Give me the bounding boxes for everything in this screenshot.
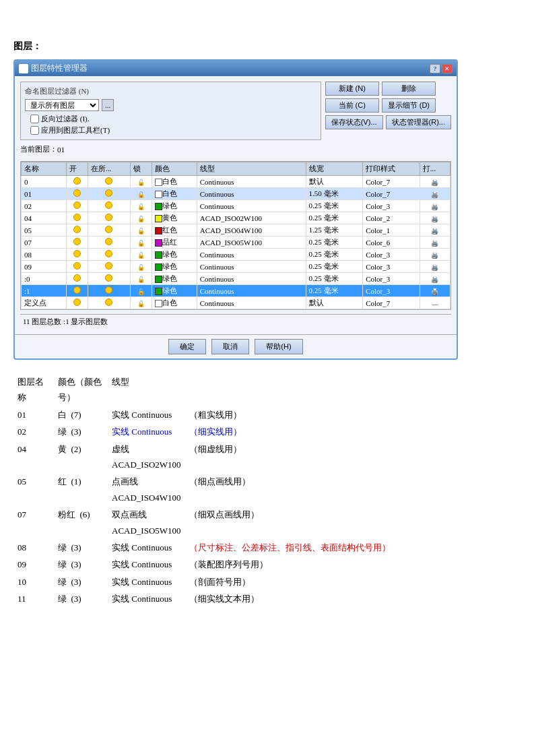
layer-color[interactable]: 绿色 — [152, 273, 197, 285]
layer-lock[interactable]: 🔓 — [130, 261, 152, 273]
layer-linetype[interactable]: Continuous — [197, 200, 306, 212]
layer-lock[interactable]: 🔓 — [130, 273, 152, 285]
layer-on[interactable] — [67, 237, 88, 249]
layer-linewidth[interactable]: 0.25 毫米 — [306, 249, 363, 261]
layer-plot[interactable]: 🖨️ — [420, 176, 450, 188]
layer-linewidth[interactable]: 默认 — [306, 176, 363, 188]
layer-freeze[interactable] — [88, 188, 131, 200]
layer-linetype[interactable]: Continuous — [197, 176, 306, 188]
layer-linetype[interactable]: Continuous — [197, 273, 306, 285]
layer-color[interactable]: 黄色 — [152, 212, 197, 224]
layer-freeze[interactable] — [88, 285, 131, 297]
layer-freeze[interactable] — [88, 273, 131, 285]
layer-color[interactable]: 绿色 — [152, 200, 197, 212]
table-row[interactable]: 07 🔓 品红 ACAD_ISO05W100 0.25 毫米 Color_6 🖨… — [22, 237, 450, 249]
layer-linetype[interactable]: Continuous — [197, 297, 306, 309]
layer-linewidth[interactable]: 默认 — [306, 297, 363, 309]
table-row[interactable]: 08 🔓 绿色 Continuous 0.25 毫米 Color_3 🖨️ — [22, 249, 450, 261]
table-row[interactable]: :0 🔓 绿色 Continuous 0.25 毫米 Color_3 🖨️ — [22, 273, 450, 285]
reverse-filter-checkbox-label[interactable]: 反向过滤器 (I). — [30, 114, 316, 124]
layer-lock[interactable]: 🔓 — [130, 200, 152, 212]
cancel-button[interactable]: 取消 — [211, 339, 249, 354]
layer-on[interactable] — [67, 212, 88, 224]
layer-color[interactable]: 白色 — [152, 176, 197, 188]
layer-linewidth[interactable]: 0.25 毫米 — [306, 261, 363, 273]
table-row[interactable]: 04 🔓 黄色 ACAD_ISO02W100 0.25 毫米 Color_2 🖨… — [22, 212, 450, 224]
layer-linewidth[interactable]: 1.25 毫米 — [306, 224, 363, 237]
layer-color[interactable]: 白色 — [152, 188, 197, 200]
layer-plot[interactable]: 🖨️ — [420, 188, 450, 200]
delete-button[interactable]: 删除 — [382, 82, 436, 96]
layer-on[interactable] — [67, 285, 88, 297]
layer-freeze[interactable] — [88, 224, 131, 237]
help-button[interactable]: 帮助(H) — [255, 339, 302, 354]
table-row[interactable]: 01 🔓 白色 Continuous 1.50 毫米 Color_7 🖨️ — [22, 188, 450, 200]
table-row[interactable]: 定义点 🔓 白色 Continuous 默认 Color_7 — — [22, 297, 450, 309]
layer-color[interactable]: 绿色 — [152, 285, 197, 297]
show-detail-button[interactable]: 显示细节 (D) — [382, 98, 436, 113]
layer-color[interactable]: 白色 — [152, 297, 197, 309]
layer-on[interactable] — [67, 188, 88, 200]
layer-on[interactable] — [67, 297, 88, 309]
layer-lock[interactable]: 🔓 — [130, 176, 152, 188]
table-row[interactable]: 02 🔓 绿色 Continuous 0.25 毫米 Color_3 🖨️ — [22, 200, 450, 212]
layer-plot[interactable]: 🖨️ — [420, 249, 450, 261]
filter-settings-button[interactable]: ... — [102, 99, 114, 111]
layer-on[interactable] — [67, 273, 88, 285]
layer-color[interactable]: 绿色 — [152, 249, 197, 261]
layer-freeze[interactable] — [88, 297, 131, 309]
layer-linewidth[interactable]: 0.25 毫米 — [306, 237, 363, 249]
layer-lock[interactable]: 🔓 — [130, 297, 152, 309]
layer-linewidth[interactable]: 0.25 毫米 — [306, 212, 363, 224]
table-row[interactable]: 0 🔓 白色 Continuous 默认 Color_7 🖨️ — [22, 176, 450, 188]
layer-freeze[interactable] — [88, 176, 131, 188]
layer-freeze[interactable] — [88, 249, 131, 261]
close-titlebar-button[interactable]: ✕ — [442, 64, 453, 73]
table-row[interactable]: 05 🔓 红色 ACAD_ISO04W100 1.25 毫米 Color_1 🖨… — [22, 224, 450, 237]
table-row[interactable]: 09 🔓 绿色 Continuous 0.25 毫米 Color_3 🖨️ — [22, 261, 450, 273]
layer-linetype[interactable]: Continuous — [197, 261, 306, 273]
help-titlebar-button[interactable]: ? — [430, 64, 440, 73]
layer-linetype[interactable]: Continuous — [197, 188, 306, 200]
layer-lock[interactable]: 🔓 — [130, 237, 152, 249]
ok-button[interactable]: 确定 — [168, 339, 206, 354]
layer-linewidth[interactable]: 0.25 毫米 — [306, 200, 363, 212]
apply-toolbar-checkbox-label[interactable]: 应用到图层工具栏(T) — [30, 125, 316, 135]
apply-toolbar-checkbox[interactable] — [30, 126, 39, 135]
layer-linewidth[interactable]: 0.25 毫米 — [306, 273, 363, 285]
layer-color[interactable]: 红色 — [152, 224, 197, 237]
layer-linetype[interactable]: Continuous — [197, 249, 306, 261]
current-button[interactable]: 当前 (C) — [325, 98, 379, 113]
layer-freeze[interactable] — [88, 237, 131, 249]
layer-plot[interactable]: 🖨️ — [420, 273, 450, 285]
layer-linewidth[interactable]: 1.50 毫米 — [306, 188, 363, 200]
reverse-filter-checkbox[interactable] — [30, 115, 39, 123]
layer-plot[interactable]: — — [420, 297, 450, 309]
layer-freeze[interactable] — [88, 212, 131, 224]
layer-on[interactable] — [67, 224, 88, 237]
layer-plot[interactable]: 🖨️ — [420, 200, 450, 212]
layer-lock[interactable]: 🔓 — [130, 212, 152, 224]
layer-lock[interactable]: 🔓 — [130, 285, 152, 297]
layer-color[interactable]: 绿色 — [152, 261, 197, 273]
layer-plot[interactable]: 🖨️ — [420, 285, 450, 297]
layer-linetype[interactable]: ACAD_ISO02W100 — [197, 212, 306, 224]
layer-plot[interactable]: 🖨️ — [420, 212, 450, 224]
layer-linetype[interactable]: ACAD_ISO05W100 — [197, 237, 306, 249]
table-row[interactable]: :1 🔓 绿色 Continuous 0.25 毫米 Color_3 🖨️ — [22, 285, 450, 297]
layer-plot[interactable]: 🖨️ — [420, 224, 450, 237]
layer-on[interactable] — [67, 176, 88, 188]
layer-linewidth[interactable]: 0.25 毫米 — [306, 285, 363, 297]
layer-on[interactable] — [67, 200, 88, 212]
layer-freeze[interactable] — [88, 200, 131, 212]
layer-freeze[interactable] — [88, 261, 131, 273]
layer-plot[interactable]: 🖨️ — [420, 237, 450, 249]
save-state-button[interactable]: 保存状态(V)... — [325, 115, 383, 129]
layer-plot[interactable]: 🖨️ — [420, 261, 450, 273]
layer-on[interactable] — [67, 261, 88, 273]
layer-color[interactable]: 品红 — [152, 237, 197, 249]
state-manager-button[interactable]: 状态管理器(R)... — [386, 115, 451, 129]
filter-dropdown[interactable]: 显示所有图层 — [25, 99, 99, 111]
layer-linetype[interactable]: ACAD_ISO04W100 — [197, 224, 306, 237]
layer-lock[interactable]: 🔓 — [130, 224, 152, 237]
